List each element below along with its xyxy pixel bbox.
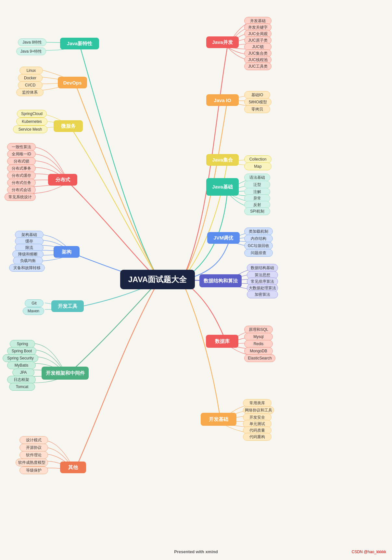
main-node-java-basic: Java基础 — [206, 178, 239, 196]
collection-sub-label: Collection — [249, 157, 267, 162]
cicd-label: CI/CD — [25, 83, 36, 87]
cache-label: 缓存 — [25, 239, 33, 244]
juc-pool-label: JUC线程池 — [248, 57, 267, 63]
footer: Presented with xmind — [0, 549, 392, 554]
generic-label: 泛型 — [253, 182, 261, 188]
sub-mybatis: MyBatis — [7, 361, 36, 369]
linux-label: Linux — [27, 68, 36, 73]
sub-troubleshoot: 问题排查 — [244, 249, 273, 257]
redis-label: Redis — [254, 342, 264, 346]
degrade-label: 降级和熔断 — [18, 252, 38, 257]
sub-refactor: 代码重构 — [243, 433, 272, 441]
java9-label: Java 9+特性 — [20, 49, 42, 54]
sub-io-basic: 基础IO — [244, 91, 270, 99]
sub-springboot: Spring Boot — [7, 347, 36, 355]
main-node-others: 其他 — [60, 462, 86, 473]
security-level-label: 等级保护 — [26, 468, 42, 473]
devtools-label: 开发工具 — [58, 303, 77, 309]
sub-cicd: CI/CD — [18, 81, 43, 89]
center-label: JAVA面试题大全 — [128, 274, 187, 285]
ratelimit-label: 限流 — [25, 245, 33, 251]
gc-label: GC垃圾回收 — [248, 243, 269, 249]
sub-syntax: 语法基础 — [244, 174, 270, 181]
es-label: ElasticSearch — [248, 356, 272, 360]
mysql-label: Mysql — [253, 334, 263, 339]
loadbalance-label: 负载均衡 — [20, 258, 36, 264]
architecture-label: 架构 — [62, 249, 71, 255]
sub-consistency: 一致性算法 — [7, 143, 36, 151]
annotation-label: 注解 — [253, 189, 261, 195]
bigdata-algo-label: 大数据处理算法 — [249, 285, 276, 291]
microservice-label: 微服务 — [61, 123, 76, 129]
sub-soft-theory: 软件理论 — [19, 451, 48, 459]
java8-label: Java 8特性 — [22, 40, 42, 45]
sub-service-mesh: Service Mesh — [13, 125, 47, 133]
main-node-collection: Java集合 — [206, 154, 239, 166]
memstruct-label: 内存结构 — [251, 236, 266, 241]
sub-sysdesign: 常见系统设计 — [5, 193, 36, 201]
juc-atomic-label: JUC原子类 — [248, 38, 267, 43]
crypto-label: 加密算法 — [255, 292, 270, 297]
sub-common-lib: 常用类库 — [243, 399, 272, 407]
sort-label: 常见排序算法 — [251, 279, 274, 284]
sub-kubernetes: Kubernetes — [16, 118, 47, 125]
mybatis-label: MyBatis — [15, 363, 29, 368]
devbasic-label: 开发基础 — [209, 416, 228, 423]
sub-generic: 泛型 — [244, 181, 270, 189]
juc-collection-label: JUC集合类 — [248, 51, 267, 56]
juc-overview-label: JUC全局观 — [248, 31, 267, 37]
juc-lock-label: JUC锁 — [252, 44, 263, 50]
sysdesign-label: 常见系统设计 — [8, 194, 32, 200]
main-node-devbasic: 开发基础 — [201, 413, 236, 426]
docker-label: Docker — [24, 76, 36, 80]
java-basic-label: Java基础 — [212, 184, 233, 190]
dsa-label: 数据结构和算法 — [204, 278, 238, 284]
map-label: Map — [254, 164, 261, 169]
sub-distsession: 分布式会话 — [7, 186, 36, 194]
sub-redis: Redis — [244, 340, 273, 348]
dev-security-label: 开发安全 — [249, 415, 265, 420]
sub-memstruct: 内存结构 — [244, 235, 273, 242]
database-label: 数据库 — [215, 338, 230, 345]
java-new-label: Java新特性 — [67, 41, 92, 47]
sub-tomcat: Tomcat — [9, 383, 35, 391]
sub-security-level: 等级保护 — [19, 466, 48, 474]
sub-uuid: 全局唯一ID — [7, 150, 36, 158]
sub-io-models: 5种IO模型 — [244, 98, 272, 106]
common-lib-label: 常用类库 — [249, 400, 265, 406]
others-label: 其他 — [68, 464, 78, 471]
java-io-label: Java IO — [214, 98, 231, 103]
main-node-jvm: JVM调优 — [207, 232, 240, 244]
sub-disaster: 灾备和故障转移 — [9, 264, 45, 272]
main-node-concurrent: Java并发 — [206, 36, 239, 48]
csdn-text: CSDN @hao_kkkkk — [352, 550, 386, 554]
network-label: 网络协议和工具 — [245, 408, 272, 413]
concurrent-kw-label: 并发关键字 — [248, 25, 268, 30]
uuid-label: 全局唯一ID — [12, 151, 31, 157]
sub-network: 网络协议和工具 — [243, 406, 274, 414]
springboot-label: Spring Boot — [12, 349, 32, 353]
reflection-label: 反射 — [253, 202, 261, 208]
collection-label: Java集合 — [212, 157, 233, 163]
refactor-label: 代码重构 — [249, 434, 265, 440]
sub-monitor: 监控体系 — [16, 88, 44, 96]
csdn-label: CSDN @hao_kkkkk — [352, 550, 386, 554]
springsecurity-label: Spring Security — [7, 356, 33, 360]
consistency-label: 一致性算法 — [12, 144, 31, 150]
main-node-microservice: 微服务 — [54, 120, 83, 132]
algo-thought-label: 算法思想 — [255, 272, 270, 278]
syntax-label: 语法基础 — [249, 175, 265, 180]
main-node-database: 数据库 — [206, 335, 238, 348]
sub-log: 日志框架 — [7, 376, 36, 384]
jvm-label: JVM调优 — [214, 235, 234, 241]
main-node-frameworks: 开发框架和中间件 — [42, 367, 89, 380]
distsession-label: 分布式会话 — [12, 187, 31, 193]
sub-cmm: 软件成熟度模型 — [16, 459, 48, 466]
sub-jpa: JPA — [12, 369, 34, 376]
spi-label: SPI机制 — [250, 209, 264, 214]
sub-sql: 原理和SQL — [244, 326, 273, 333]
troubleshoot-label: 问题排查 — [251, 250, 266, 256]
center-node: JAVA面试题大全 — [120, 270, 195, 289]
sub-git: Git — [25, 299, 44, 307]
distlock-label: 分布式锁 — [14, 159, 29, 164]
